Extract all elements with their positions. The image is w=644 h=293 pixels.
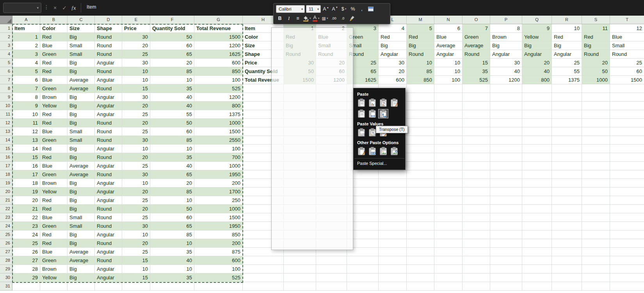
insert-function-icon[interactable]: fx xyxy=(69,4,78,12)
cell[interactable] xyxy=(316,256,347,265)
cell[interactable]: 1500 xyxy=(194,33,243,41)
cell[interactable]: Big xyxy=(68,179,95,188)
cell[interactable] xyxy=(463,282,490,291)
cell[interactable]: 10 xyxy=(407,59,434,67)
cell[interactable] xyxy=(379,239,407,248)
select-all-corner[interactable] xyxy=(0,16,12,24)
paste-no-borders-icon[interactable] xyxy=(356,109,366,118)
cell[interactable] xyxy=(284,282,316,291)
cell[interactable]: 55 xyxy=(552,67,582,76)
cell[interactable]: 10 xyxy=(122,145,150,153)
cell[interactable] xyxy=(284,265,316,273)
cell[interactable] xyxy=(582,84,610,93)
cell[interactable] xyxy=(522,230,552,239)
cell[interactable] xyxy=(582,265,610,273)
cell[interactable]: 3 xyxy=(12,50,40,59)
cell[interactable] xyxy=(379,196,407,205)
cell[interactable]: Big xyxy=(68,102,95,110)
cell[interactable]: Round xyxy=(610,50,644,59)
cell[interactable] xyxy=(610,213,644,222)
cell[interactable]: Brown xyxy=(40,265,68,273)
cell[interactable] xyxy=(582,119,610,127)
cell[interactable] xyxy=(379,179,407,188)
row-header[interactable]: 18 xyxy=(0,170,12,179)
cell[interactable]: Big xyxy=(68,93,95,102)
cell[interactable] xyxy=(463,170,490,179)
decrease-decimal-button[interactable]: .0 xyxy=(339,14,347,22)
cell[interactable] xyxy=(347,273,379,282)
cell[interactable]: 6 xyxy=(12,76,40,84)
cell[interactable]: 1200 xyxy=(490,76,522,84)
cell[interactable] xyxy=(522,265,552,273)
cell[interactable]: Red xyxy=(40,33,68,41)
cell[interactable]: Round xyxy=(95,239,122,248)
cell[interactable] xyxy=(552,162,582,170)
cell[interactable]: 30 xyxy=(122,59,150,67)
cell[interactable]: Big xyxy=(490,41,522,50)
cell[interactable]: 250 xyxy=(194,196,243,205)
cell[interactable] xyxy=(434,127,463,136)
cell[interactable]: 1 xyxy=(12,33,40,41)
cell[interactable]: 17 xyxy=(12,170,40,179)
paste-linked-picture-icon[interactable] xyxy=(389,146,399,156)
cell[interactable] xyxy=(552,248,582,256)
cell[interactable]: Angular xyxy=(95,59,122,67)
cell[interactable]: Yellow xyxy=(40,188,68,196)
paste-formulas-icon[interactable]: fx xyxy=(367,98,377,107)
cell[interactable] xyxy=(434,84,463,93)
cell[interactable]: 12 xyxy=(12,127,40,136)
cell[interactable]: 525 xyxy=(194,84,243,93)
cell[interactable]: 525 xyxy=(463,76,490,84)
cell[interactable] xyxy=(582,230,610,239)
cell[interactable]: 50 xyxy=(150,205,194,213)
cell[interactable]: 20 xyxy=(150,179,194,188)
cell[interactable] xyxy=(347,282,379,291)
cell[interactable] xyxy=(379,170,407,179)
cell[interactable]: 10 xyxy=(150,76,194,84)
column-header[interactable]: P xyxy=(490,16,522,24)
cell[interactable] xyxy=(434,273,463,282)
cell[interactable]: Blue xyxy=(40,248,68,256)
cell[interactable] xyxy=(522,110,552,119)
cell[interactable] xyxy=(490,222,522,230)
cell[interactable]: Red xyxy=(40,110,68,119)
cell[interactable]: 60 xyxy=(150,213,194,222)
formula-input[interactable]: Item xyxy=(87,4,96,10)
cell[interactable]: Big xyxy=(68,239,95,248)
cell[interactable] xyxy=(552,213,582,222)
cell[interactable]: 22 xyxy=(12,213,40,222)
cell[interactable]: Round xyxy=(95,153,122,162)
cell[interactable] xyxy=(552,188,582,196)
cell[interactable]: Angular xyxy=(95,273,122,282)
cell[interactable]: Round xyxy=(95,136,122,145)
cell[interactable] xyxy=(407,256,434,265)
cell[interactable] xyxy=(463,153,490,162)
cell[interactable]: Red xyxy=(40,205,68,213)
cell[interactable]: 20 xyxy=(122,119,150,127)
paste-formulas-number-formatting-icon[interactable]: %fx xyxy=(378,98,388,107)
cell[interactable]: 1500 xyxy=(610,76,644,84)
column-header[interactable]: C xyxy=(68,16,95,24)
cell[interactable]: Brown xyxy=(40,179,68,188)
row-header[interactable]: 19 xyxy=(0,179,12,188)
cell[interactable]: 600 xyxy=(194,59,243,67)
cell[interactable]: 40 xyxy=(490,67,522,76)
cell[interactable] xyxy=(463,196,490,205)
font-family-select[interactable]: Calibri ▾ xyxy=(276,5,305,13)
cell[interactable] xyxy=(490,248,522,256)
cell[interactable]: Red xyxy=(40,153,68,162)
cell[interactable]: Big xyxy=(68,188,95,196)
cell[interactable]: Small xyxy=(68,136,95,145)
cell[interactable] xyxy=(582,205,610,213)
cell[interactable]: Angular xyxy=(434,50,463,59)
bold-button[interactable]: B xyxy=(276,14,284,22)
cell[interactable]: Green xyxy=(40,170,68,179)
row-header[interactable]: 11 xyxy=(0,110,12,119)
cell[interactable]: Big xyxy=(68,110,95,119)
cell[interactable]: 7 xyxy=(463,24,490,33)
column-header[interactable]: G xyxy=(194,16,243,24)
cell[interactable]: Angular xyxy=(95,248,122,256)
cell[interactable]: 1500 xyxy=(194,213,243,222)
row-header[interactable]: 9 xyxy=(0,93,12,102)
cell[interactable]: 18 xyxy=(12,179,40,188)
